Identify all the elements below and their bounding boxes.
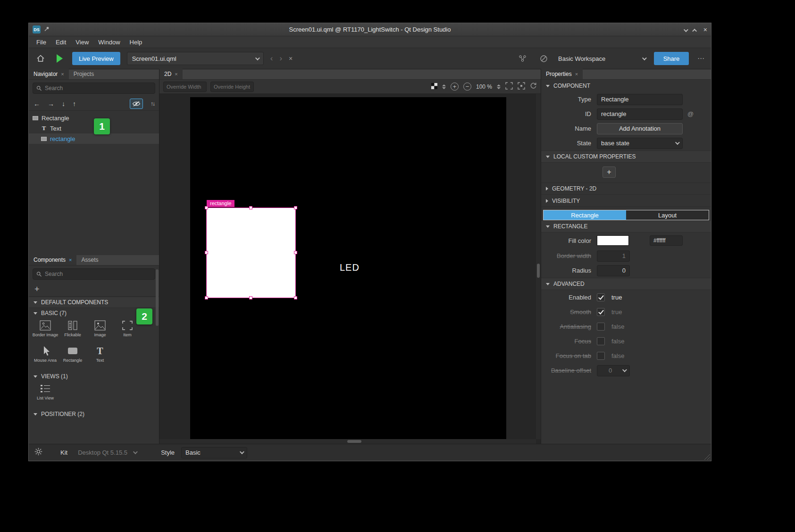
selection-handle[interactable]	[249, 296, 252, 299]
fit-selection-button[interactable]	[518, 82, 525, 91]
selected-rectangle[interactable]	[207, 208, 295, 298]
rectangle-section-header[interactable]: RECTANGLE	[541, 220, 711, 233]
close-icon[interactable]: ×	[175, 71, 177, 77]
navigator-search[interactable]	[33, 83, 155, 94]
menu-edit[interactable]: Edit	[51, 36, 71, 48]
forward-button[interactable]: ›	[279, 54, 282, 63]
zoom-spin-icon[interactable]	[497, 84, 501, 89]
live-preview-button[interactable]: Live Preview	[72, 52, 120, 65]
kit-selector[interactable]: Desktop Qt 5.15.5	[74, 447, 140, 458]
background-spin-icon[interactable]	[442, 84, 446, 89]
qml-root-canvas[interactable]: LED rectangle	[190, 97, 506, 439]
close-icon[interactable]: ×	[69, 257, 72, 263]
id-field[interactable]: rectangle	[597, 108, 683, 120]
document-selector[interactable]: Screen01.ui.qml	[127, 52, 264, 65]
tab-navigator[interactable]: Navigator ×	[29, 69, 69, 79]
move-left-icon[interactable]: ←	[33, 100, 40, 108]
fit-screen-button[interactable]	[505, 82, 513, 91]
add-custom-property-button[interactable]: +	[603, 166, 616, 178]
components-search[interactable]	[33, 268, 155, 280]
pin-icon[interactable]	[43, 25, 50, 34]
fill-color-swatch[interactable]	[597, 235, 629, 246]
override-height-input[interactable]	[210, 82, 254, 92]
state-dropdown[interactable]: base state	[597, 138, 683, 149]
baseline-offset-field[interactable]: 0	[597, 365, 630, 376]
selection-handle[interactable]	[294, 206, 297, 209]
menu-file[interactable]: File	[32, 36, 51, 48]
type-field[interactable]: Rectangle	[597, 94, 683, 105]
focus-on-tab-checkbox[interactable]	[597, 352, 605, 360]
horizontal-scrollbar[interactable]	[159, 439, 536, 444]
close-icon[interactable]: ×	[61, 71, 64, 77]
menu-help[interactable]: Help	[125, 36, 147, 48]
component-mouse-area[interactable]: Mouse Area	[32, 345, 59, 370]
more-options-button[interactable]: ⋯	[697, 54, 705, 63]
tab-2d[interactable]: 2D ×	[159, 69, 183, 79]
components-search-input[interactable]	[45, 271, 151, 277]
local-custom-properties-header[interactable]: LOCAL CUSTOM PROPERTIES	[541, 150, 711, 163]
component-border-image[interactable]: Border Image	[32, 319, 59, 345]
home-button[interactable]	[34, 52, 47, 65]
radius-field[interactable]: 0	[597, 265, 630, 276]
views-section-header[interactable]: VIEWS (1)	[29, 371, 159, 382]
navigator-search-input[interactable]	[45, 85, 151, 91]
advanced-section-header[interactable]: ADVANCED	[541, 278, 711, 290]
tab-components[interactable]: Components ×	[29, 255, 76, 265]
toggle-visibility-button[interactable]	[130, 99, 143, 109]
default-components-header[interactable]: DEFAULT COMPONENTS	[29, 297, 159, 308]
reverse-order-icon[interactable]: ↑↓	[151, 100, 154, 107]
style-selector[interactable]: Basic	[181, 447, 247, 458]
no-errors-icon[interactable]	[537, 52, 550, 65]
smooth-checkbox[interactable]	[597, 308, 605, 316]
move-up-icon[interactable]: ↑	[73, 100, 76, 108]
visibility-section-header[interactable]: VISIBILITY	[541, 195, 711, 207]
scrollbar-thumb[interactable]	[537, 264, 540, 278]
antialiasing-checkbox[interactable]	[597, 323, 605, 331]
back-button[interactable]: ‹	[270, 54, 273, 63]
add-module-button[interactable]: +	[34, 284, 40, 294]
expand-window-icon[interactable]	[694, 25, 697, 34]
run-project-button[interactable]	[53, 52, 66, 65]
selection-handle[interactable]	[205, 296, 208, 299]
add-annotation-button[interactable]: Add Annotation	[597, 123, 683, 134]
component-image[interactable]: Image	[86, 319, 114, 345]
enabled-checkbox[interactable]	[597, 293, 605, 301]
tab-rectangle-properties[interactable]: Rectangle	[544, 210, 626, 220]
text-item-led[interactable]: LED	[340, 262, 360, 273]
reload-view-button[interactable]	[530, 82, 537, 91]
selection-handle[interactable]	[294, 296, 297, 299]
menu-view[interactable]: View	[71, 36, 93, 48]
close-window-icon[interactable]: ×	[703, 26, 707, 33]
background-color-toggle[interactable]	[431, 83, 437, 91]
resize-grip[interactable]	[703, 453, 710, 460]
titlebar[interactable]: DS Screen01.ui.qml @ RT1170_LightSwitch …	[29, 23, 711, 36]
canvas-viewport[interactable]: LED rectangle	[159, 94, 541, 444]
tab-projects[interactable]: Projects	[69, 69, 99, 79]
share-button[interactable]: Share	[654, 52, 689, 65]
zoom-out-button[interactable]: −	[463, 83, 471, 91]
fill-color-hex-field[interactable]: #ffffff	[650, 235, 683, 246]
selection-handle[interactable]	[294, 251, 297, 254]
tab-assets[interactable]: Assets	[76, 255, 103, 265]
move-down-icon[interactable]: ↓	[62, 100, 65, 108]
selection-handle[interactable]	[205, 251, 208, 254]
component-section-header[interactable]: COMPONENT	[541, 80, 711, 92]
components-scrollbar[interactable]	[156, 269, 159, 326]
workspace-selector[interactable]: Basic Workspace	[558, 55, 645, 62]
focus-checkbox[interactable]	[597, 337, 605, 345]
component-text[interactable]: T Text	[86, 345, 114, 370]
selection-handle[interactable]	[249, 206, 252, 209]
vertical-scrollbar[interactable]	[536, 94, 541, 439]
scrollbar-thumb[interactable]	[347, 440, 361, 443]
component-rectangle[interactable]: Rectangle	[59, 345, 86, 370]
positioner-section-header[interactable]: POSITIONER (2)	[29, 409, 159, 419]
selection-handle[interactable]	[205, 206, 208, 209]
zoom-in-button[interactable]: +	[451, 83, 459, 91]
close-document-button[interactable]: ×	[289, 55, 293, 62]
tree-item-rectangle[interactable]: rectangle	[29, 133, 159, 144]
component-list-view[interactable]: List View	[32, 382, 59, 408]
border-width-field[interactable]: 1	[597, 250, 630, 262]
move-right-icon[interactable]: →	[48, 100, 54, 108]
override-width-input[interactable]	[163, 82, 207, 92]
collapse-window-icon[interactable]	[684, 25, 687, 34]
